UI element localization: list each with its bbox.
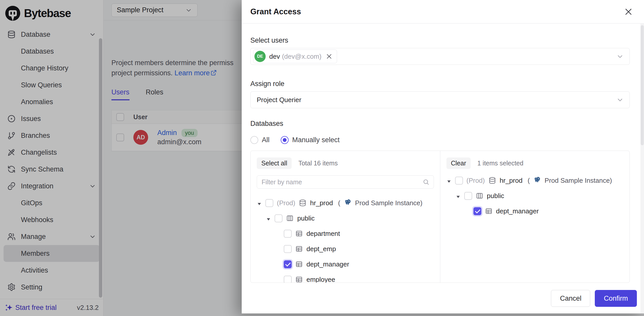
tree-node-name: public <box>297 214 315 222</box>
tree-checkbox[interactable] <box>275 214 282 222</box>
tree-checkbox[interactable] <box>284 260 292 268</box>
assign-role-select[interactable]: Project Querier <box>250 91 630 108</box>
chip-email: (dev@x.com) <box>282 53 321 60</box>
postgresql-icon <box>344 199 352 207</box>
selected-items-label: 1 items selected <box>477 160 523 167</box>
source-tree: (Prod)hr_prod(Prod Sample Instance)publi… <box>257 195 434 283</box>
tree-node-name: hr_prod <box>500 177 523 185</box>
environment-label: (Prod) <box>277 199 295 207</box>
selected-tree: (Prod)hr_prod(Prod Sample Instance)publi… <box>446 173 624 219</box>
table-icon <box>295 276 303 283</box>
tree-row[interactable]: dept_manager <box>446 203 624 219</box>
clear-button[interactable]: Clear <box>446 157 471 169</box>
modal-body: Select users DE dev (dev@x.com) Assign r… <box>242 23 644 289</box>
modal-footer: Cancel Confirm <box>242 289 644 313</box>
cancel-button[interactable]: Cancel <box>551 290 590 307</box>
instance-name: Prod Sample Instance) <box>355 199 422 207</box>
chevron-down-icon <box>616 96 624 104</box>
picker-source-panel: Select all Total 16 items (Prod)hr_prod(… <box>251 151 440 283</box>
radio-manually-select[interactable]: Manually select <box>281 136 340 144</box>
search-icon <box>422 178 430 186</box>
modal-header: Grant Access <box>242 0 644 23</box>
tree-checkbox[interactable] <box>455 177 463 185</box>
chevron-down-icon <box>616 53 624 60</box>
modal-scrollbar[interactable] <box>640 24 644 313</box>
expander-triangle-icon[interactable] <box>446 178 452 183</box>
schema-icon <box>476 192 483 200</box>
confirm-button[interactable]: Confirm <box>595 290 637 307</box>
database-icon <box>488 177 496 184</box>
tree-row[interactable]: dept_emp <box>257 241 434 257</box>
tree-checkbox[interactable] <box>464 192 472 200</box>
select-all-button[interactable]: Select all <box>257 157 292 169</box>
picker-selected-panel: Clear 1 items selected (Prod)hr_prod(Pro… <box>440 151 630 283</box>
select-users-label: Select users <box>250 36 630 44</box>
tree-checkbox[interactable] <box>473 207 481 215</box>
tree-row[interactable]: (Prod)hr_prod(Prod Sample Instance) <box>257 195 434 211</box>
tree-checkbox[interactable] <box>284 276 292 283</box>
tree-row[interactable]: public <box>257 211 434 226</box>
radio-circle-icon[interactable] <box>250 136 258 144</box>
tree-row[interactable]: dept_manager <box>257 257 434 272</box>
assign-role-label: Assign role <box>250 80 630 88</box>
radio-circle-icon[interactable] <box>281 136 289 144</box>
table-icon <box>295 260 303 268</box>
total-items-label: Total 16 items <box>298 160 338 167</box>
tree-node-name: dept_emp <box>306 245 336 253</box>
postgresql-icon <box>533 177 541 184</box>
expander-triangle-icon[interactable] <box>266 216 271 221</box>
tree-row[interactable]: department <box>257 226 434 241</box>
tree-node-name: public <box>487 192 504 200</box>
user-chip[interactable]: DE dev (dev@x.com) <box>253 50 337 63</box>
tree-row[interactable]: (Prod)hr_prod(Prod Sample Instance) <box>446 173 624 188</box>
tree-node-name: department <box>306 230 340 238</box>
tree-node-name: employee <box>306 276 335 283</box>
expander-triangle-icon[interactable] <box>456 193 461 198</box>
database-picker: Select all Total 16 items (Prod)hr_prod(… <box>250 151 630 283</box>
assign-role-value: Project Querier <box>253 96 301 104</box>
tree-checkbox[interactable] <box>284 245 292 253</box>
tree-row[interactable]: public <box>446 188 624 203</box>
tree-node-name: dept_manager <box>306 260 349 268</box>
expander-triangle-icon[interactable] <box>257 200 262 205</box>
app-screen: Bytebase DatabaseDatabasesChange History… <box>0 0 644 316</box>
remove-chip-icon[interactable] <box>326 53 333 60</box>
table-icon <box>295 230 303 237</box>
tree-checkbox[interactable] <box>265 199 273 207</box>
close-icon[interactable] <box>624 7 633 17</box>
environment-label: (Prod) <box>467 177 485 185</box>
table-icon <box>295 245 303 253</box>
instance-name: Prod Sample Instance) <box>545 177 612 185</box>
filter-input[interactable] <box>261 178 422 186</box>
avatar: DE <box>254 51 266 62</box>
filter-input-wrap <box>257 175 434 189</box>
tree-checkbox[interactable] <box>284 230 292 238</box>
database-scope-radios: All Manually select <box>250 135 630 144</box>
modal-title: Grant Access <box>250 7 301 16</box>
radio-all[interactable]: All <box>250 136 269 144</box>
chip-name: dev <box>269 53 280 60</box>
select-users-input[interactable]: DE dev (dev@x.com) <box>250 48 630 65</box>
tree-node-name: dept_manager <box>496 207 539 215</box>
tree-node-name: hr_prod <box>310 199 333 207</box>
tree-row[interactable]: employee <box>257 272 434 283</box>
schema-icon <box>286 214 294 222</box>
databases-label: Databases <box>250 119 630 128</box>
table-icon <box>485 207 493 215</box>
database-icon <box>299 199 306 207</box>
grant-access-modal: Grant Access Select users DE dev (dev@x.… <box>242 0 644 313</box>
